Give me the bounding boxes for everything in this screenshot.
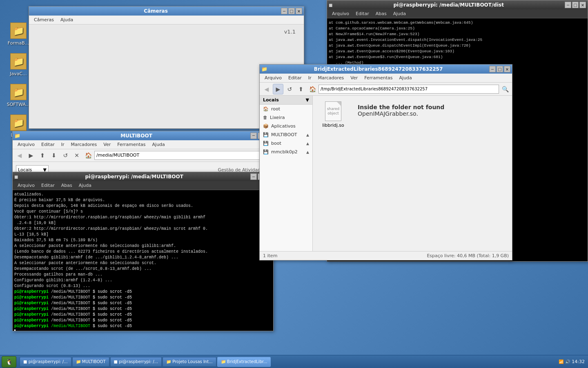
bridj-toolbar: ◀ ▶ ↺ ⬆ 🏠 /tmp/BridjExtractedLibraries86…	[260, 83, 512, 96]
bridj-address-bar[interactable]: /tmp/BridjExtractedLibraries868924720833…	[318, 85, 499, 94]
maximize-button[interactable]: □	[497, 66, 503, 72]
minimize-button[interactable]: ─	[489, 66, 496, 72]
folder-icon: 📁	[10, 22, 27, 39]
close-button[interactable]: ×	[504, 66, 510, 72]
start-button[interactable]: 🐧	[2, 356, 16, 368]
terminal-line: Obter:2 http://mirrordirector.raspbian.o…	[14, 226, 272, 232]
down-button[interactable]: ⬇	[49, 150, 59, 161]
menu-ajuda[interactable]: Ajuda	[390, 10, 409, 17]
sidebar-item-multiboot[interactable]: 💾 MULTIBOOT ▲	[260, 130, 312, 139]
menu-ver[interactable]: Ver	[347, 74, 361, 81]
icon-label: JavaC...	[10, 71, 27, 76]
menu-ferramentas[interactable]: Ferramentas	[114, 141, 149, 148]
terminal-dist-titlebar[interactable]: ■ pi@raspberrypi: /media/MULTIBOOT/dist …	[327, 0, 588, 9]
taskbar-item-multiboot[interactable]: 📁 MULTIBOOT	[72, 357, 109, 367]
address-bar[interactable]: /media/MULTIBOOT	[94, 151, 272, 160]
eject-icon[interactable]: ▲	[306, 141, 309, 146]
folder-icon: 📁	[10, 53, 27, 70]
terminal-line: pi@raspberrypi /media/MULTIBOOT $ sudo s…	[14, 306, 272, 312]
home-button[interactable]: 🏠	[307, 84, 318, 94]
up-button[interactable]: ⬆	[296, 84, 306, 94]
eject-icon[interactable]: ▲	[306, 150, 309, 154]
menu-ajuda[interactable]: Ajuda	[76, 182, 95, 189]
up-button[interactable]: ⬆	[37, 150, 48, 161]
terminal-multiboot-titlebar[interactable]: ■ pi@raspberrypi: /media/MULTIBOOT ─ □ ×	[13, 172, 273, 181]
bridj-fm-content: Locais ▼ 🏠 root 🗑 Lixeira 📦 Aplicativos …	[260, 96, 512, 251]
multiboot-fm-titlebar[interactable]: 📁 MULTIBOOT ─ □ ×	[13, 131, 273, 140]
maximize-button[interactable]: □	[288, 8, 295, 14]
terminal-multiboot-window: ■ pi@raspberrypi: /media/MULTIBOOT ─ □ ×…	[12, 172, 274, 331]
menu-ajuda[interactable]: Ajuda	[149, 141, 168, 148]
back-button[interactable]: ◀	[261, 84, 272, 94]
terminal-dist-controls: ─ □ ×	[565, 2, 586, 8]
multiboot-fm-title: MULTIBOOT	[22, 133, 250, 139]
folder-icon: 📁	[10, 114, 27, 131]
menu-ajuda[interactable]: Ajuda	[57, 16, 76, 23]
taskbar-item-projeto[interactable]: 📁 Projeto Lousas Int...	[163, 357, 216, 367]
sidebar-item-lixeira[interactable]: 🗑 Lixeira	[260, 113, 312, 122]
message-title: Inside the folder not found	[358, 104, 444, 110]
menu-arquivo[interactable]: Arquivo	[329, 10, 352, 17]
terminal-line: at Camera.opcaoCamera(Camera.java:25)	[329, 26, 586, 31]
bridj-main-area: sharedobject libbridj.so Inside the fold…	[313, 96, 512, 251]
menu-marcadores[interactable]: Marcadores	[314, 74, 347, 81]
dropdown-arrow[interactable]: ▼	[306, 97, 309, 103]
taskbar-item-bridj[interactable]: 📁 BridjExtractedLibr...	[217, 357, 271, 367]
maximize-button[interactable]: □	[572, 2, 579, 8]
refresh-button[interactable]: ↺	[284, 84, 295, 94]
taskbar-clock: 14:32	[572, 359, 585, 364]
reload-button[interactable]: ↺	[60, 150, 71, 161]
forward-button[interactable]: ▶	[273, 84, 283, 94]
terminal-line: at java.awt.EventQueue.dispatchEventImpl…	[329, 43, 586, 49]
menu-ferramentas[interactable]: Ferramentas	[361, 74, 396, 81]
home-icon: 🏠	[263, 106, 269, 112]
back-button[interactable]: ◀	[14, 150, 25, 161]
menu-arquivo[interactable]: Arquivo	[14, 141, 38, 148]
terminal-line: A seleccionar pacote anteriormente não s…	[14, 260, 272, 266]
menu-editar[interactable]: Editar	[285, 74, 305, 81]
camera-titlebar[interactable]: Câmeras ─ □ ×	[29, 7, 304, 16]
taskbar-item-terminal2[interactable]: ■ pi@raspberrypi: /...	[110, 357, 162, 367]
menu-cameras[interactable]: Câmeras	[31, 16, 57, 23]
forward-button[interactable]: ▶	[26, 150, 36, 161]
stop-button[interactable]: ✕	[71, 150, 82, 161]
multiboot-fm-window: 📁 MULTIBOOT ─ □ × Arquivo Editar Ir Marc…	[12, 131, 274, 178]
terminal-line: L-13 [18,5 kB]	[14, 232, 272, 238]
menu-abas[interactable]: Abas	[58, 182, 76, 189]
terminal-line: Caused by: java.lang.RuntimeException: L…	[329, 260, 586, 261]
menu-marcadores[interactable]: Marcadores	[67, 141, 100, 148]
eject-icon[interactable]: ▲	[306, 133, 309, 137]
folder-icon: 📁	[10, 84, 27, 100]
menu-ajuda[interactable]: Ajuda	[396, 74, 415, 81]
minimize-button[interactable]: ─	[281, 8, 287, 14]
sidebar-item-boot[interactable]: 💾 boot ▲	[260, 139, 312, 148]
version-label: v1.1	[284, 29, 296, 35]
sidebar-item-root[interactable]: 🏠 root	[260, 105, 312, 113]
minimize-button[interactable]: ─	[250, 132, 257, 139]
close-button[interactable]: ×	[579, 2, 586, 8]
menu-abas[interactable]: Abas	[372, 10, 390, 17]
menu-ver[interactable]: Ver	[100, 141, 114, 148]
terminal-line: É preciso baixar 37,5 kB de arquivos.	[14, 197, 272, 203]
home-button[interactable]: 🏠	[83, 150, 94, 161]
close-button[interactable]: ×	[296, 8, 302, 14]
file-item-libbridj[interactable]: sharedobject libbridj.so	[317, 100, 350, 130]
sidebar-item-aplicativos[interactable]: 📦 Aplicativos	[260, 122, 312, 130]
search-button[interactable]: 🔍	[500, 84, 510, 94]
folder-icon: 📁	[261, 66, 267, 72]
terminal-line: pi@raspberrypi /media/MULTIBOOT $ sudo s…	[14, 312, 272, 318]
menu-editar[interactable]: Editar	[38, 141, 58, 148]
menu-editar[interactable]: Editar	[352, 10, 372, 17]
menu-ir[interactable]: Ir	[305, 74, 315, 81]
bridj-titlebar[interactable]: 📁 BridjExtractedLibraries868924720833763…	[260, 65, 512, 74]
minimize-button[interactable]: ─	[250, 173, 257, 180]
menu-editar[interactable]: Editar	[38, 182, 58, 189]
minimize-button[interactable]: ─	[565, 2, 571, 8]
icon-label: SOFTWA...	[7, 102, 30, 107]
menu-arquivo[interactable]: Arquivo	[14, 182, 38, 189]
sidebar-item-mmcblk0p2[interactable]: 💾 mmcblk0p2 ▲	[260, 148, 312, 156]
menu-ir[interactable]: Ir	[58, 141, 68, 148]
taskbar-item-terminal1[interactable]: ■ pi@raspberrypi: /...	[20, 357, 71, 367]
bridj-title: BridjExtractedLibraries86892472083376322…	[267, 66, 489, 72]
menu-arquivo[interactable]: Arquivo	[261, 74, 285, 81]
